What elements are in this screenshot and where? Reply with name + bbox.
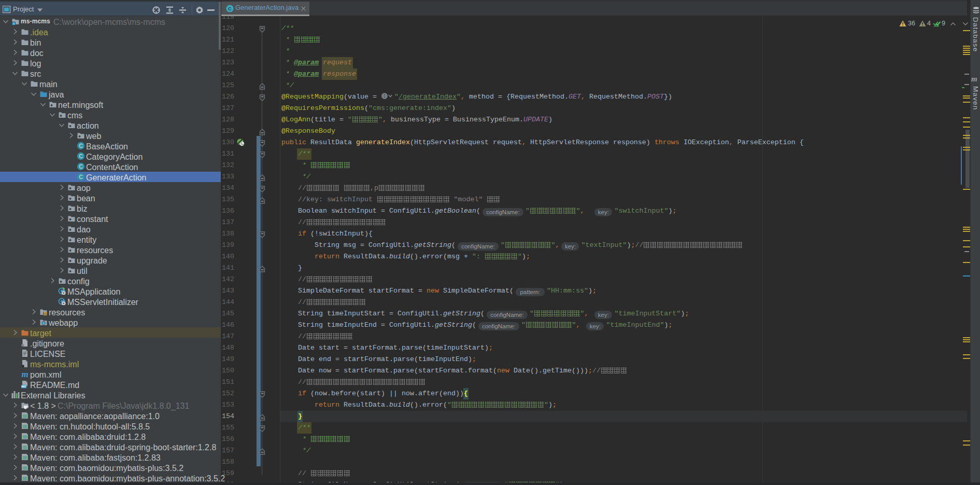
svg-text:C: C: [79, 154, 82, 159]
svg-text:C: C: [228, 6, 232, 11]
svg-text:C: C: [79, 174, 82, 180]
svg-text:C: C: [79, 143, 82, 149]
svg-text:C: C: [79, 164, 82, 170]
svg-text:MD: MD: [21, 385, 26, 388]
svg-text:m: m: [21, 370, 28, 378]
